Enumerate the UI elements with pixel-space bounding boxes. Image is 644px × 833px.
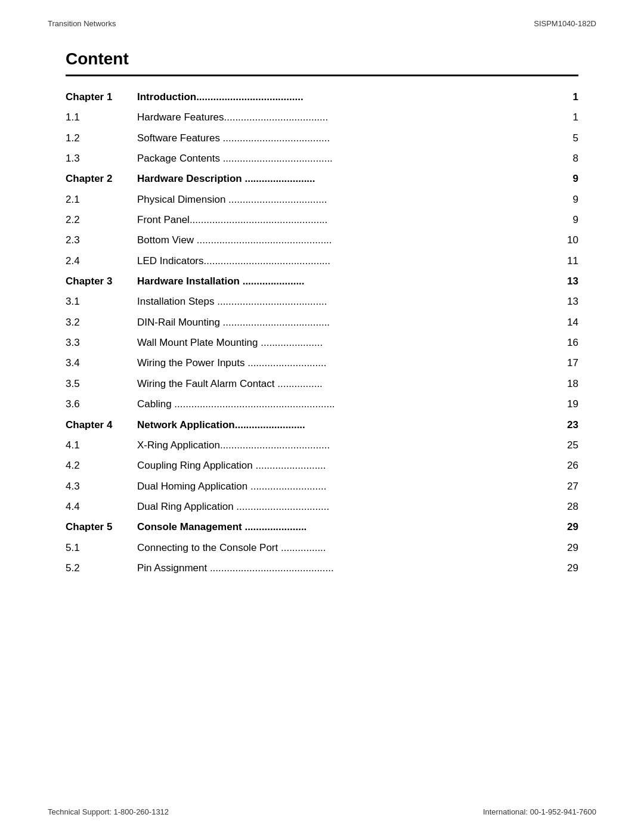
section-title: Bottom View ............................… <box>137 230 549 250</box>
section-page: 8 <box>549 148 578 169</box>
toc-section-row: 2.1Physical Dimension ..................… <box>66 190 578 210</box>
chapter-title: Introduction............................… <box>137 87 549 107</box>
toc-section-row: 3.3Wall Mount Plate Mounting ...........… <box>66 333 578 353</box>
section-title: Dual Homing Application ................… <box>137 476 549 497</box>
section-page: 19 <box>549 394 578 414</box>
chapter-page: 29 <box>549 517 578 537</box>
section-num: 4.3 <box>66 476 137 497</box>
section-title: DIN-Rail Mounting ......................… <box>137 312 549 333</box>
chapter-title: Network Application.....................… <box>137 415 549 435</box>
section-num: 1.1 <box>66 107 137 128</box>
toc-title: Content <box>66 49 578 71</box>
toc-chapter-row: Chapter 3Hardware Installation .........… <box>66 271 578 292</box>
section-title: Wiring the Fault Alarm Contact .........… <box>137 374 549 394</box>
section-num: 3.2 <box>66 312 137 333</box>
toc-section-row: 3.5Wiring the Fault Alarm Contact ......… <box>66 374 578 394</box>
footer-left: Technical Support: 1-800-260-1312 <box>48 807 169 816</box>
section-num: 2.1 <box>66 190 137 210</box>
section-num: 3.4 <box>66 353 137 373</box>
section-title: Physical Dimension .....................… <box>137 190 549 210</box>
section-num: 4.4 <box>66 497 137 517</box>
section-page: 29 <box>549 538 578 558</box>
toc-section-row: 2.4LED Indicators.......................… <box>66 251 578 271</box>
toc-chapter-row: Chapter 5Console Management ............… <box>66 517 578 537</box>
section-page: 11 <box>549 251 578 271</box>
section-page: 18 <box>549 374 578 394</box>
section-title: Dual Ring Application ..................… <box>137 497 549 517</box>
section-page: 17 <box>549 353 578 373</box>
section-title: Cabling ................................… <box>137 394 549 414</box>
section-title: Pin Assignment .........................… <box>137 558 549 578</box>
toc-section-row: 1.2Software Features ...................… <box>66 128 578 148</box>
chapter-num: Chapter 2 <box>66 169 137 189</box>
section-page: 14 <box>549 312 578 333</box>
section-page: 5 <box>549 128 578 148</box>
toc-section-row: 5.2Pin Assignment ......................… <box>66 558 578 578</box>
chapter-num: Chapter 5 <box>66 517 137 537</box>
section-num: 3.5 <box>66 374 137 394</box>
chapter-num: Chapter 4 <box>66 415 137 435</box>
page-content: Content Chapter 1Introduction...........… <box>0 38 644 614</box>
section-num: 2.2 <box>66 210 137 230</box>
header-left: Transition Networks <box>48 19 116 28</box>
section-page: 25 <box>549 435 578 456</box>
section-num: 3.6 <box>66 394 137 414</box>
section-page: 10 <box>549 230 578 250</box>
section-num: 5.2 <box>66 558 137 578</box>
chapter-num: Chapter 3 <box>66 271 137 292</box>
chapter-title: Console Management .....................… <box>137 517 549 537</box>
section-title: Coupling Ring Application ..............… <box>137 456 549 476</box>
section-title: Package Contents .......................… <box>137 148 549 169</box>
section-num: 2.3 <box>66 230 137 250</box>
section-title: X-Ring Application......................… <box>137 435 549 456</box>
section-num: 5.1 <box>66 538 137 558</box>
section-title: Installation Steps .....................… <box>137 292 549 312</box>
section-page: 13 <box>549 292 578 312</box>
section-page: 29 <box>549 558 578 578</box>
toc-section-row: 4.2Coupling Ring Application ...........… <box>66 456 578 476</box>
section-page: 9 <box>549 210 578 230</box>
toc-table: Chapter 1Introduction...................… <box>66 87 578 578</box>
toc-section-row: 3.1Installation Steps ..................… <box>66 292 578 312</box>
section-title: Connecting to the Console Port .........… <box>137 538 549 558</box>
toc-section-row: 1.1Hardware Features....................… <box>66 107 578 128</box>
section-num: 2.4 <box>66 251 137 271</box>
section-title: Hardware Features.......................… <box>137 107 549 128</box>
toc-section-row: 2.2Front Panel..........................… <box>66 210 578 230</box>
toc-section-row: 3.6Cabling .............................… <box>66 394 578 414</box>
toc-section-row: 4.1X-Ring Application...................… <box>66 435 578 456</box>
chapter-num: Chapter 1 <box>66 87 137 107</box>
toc-divider <box>66 75 578 76</box>
section-page: 1 <box>549 107 578 128</box>
section-title: Wall Mount Plate Mounting ..............… <box>137 333 549 353</box>
toc-chapter-row: Chapter 4Network Application............… <box>66 415 578 435</box>
toc-section-row: 4.3Dual Homing Application .............… <box>66 476 578 497</box>
section-num: 3.1 <box>66 292 137 312</box>
section-num: 4.1 <box>66 435 137 456</box>
chapter-title: Hardware Description ...................… <box>137 169 549 189</box>
footer-right: International: 00-1-952-941-7600 <box>483 807 596 816</box>
section-title: Wiring the Power Inputs ................… <box>137 353 549 373</box>
section-page: 26 <box>549 456 578 476</box>
toc-section-row: 3.4Wiring the Power Inputs .............… <box>66 353 578 373</box>
page-footer: Technical Support: 1-800-260-1312 Intern… <box>0 807 644 816</box>
header-right: SISPM1040-182D <box>534 19 596 28</box>
section-title: LED Indicators..........................… <box>137 251 549 271</box>
toc-section-row: 5.1Connecting to the Console Port ......… <box>66 538 578 558</box>
toc-section-row: 2.3Bottom View .........................… <box>66 230 578 250</box>
chapter-title: Hardware Installation ..................… <box>137 271 549 292</box>
section-page: 27 <box>549 476 578 497</box>
section-page: 16 <box>549 333 578 353</box>
section-num: 3.3 <box>66 333 137 353</box>
section-page: 9 <box>549 190 578 210</box>
toc-chapter-row: Chapter 2Hardware Description ..........… <box>66 169 578 189</box>
section-num: 1.2 <box>66 128 137 148</box>
chapter-page: 9 <box>549 169 578 189</box>
section-page: 28 <box>549 497 578 517</box>
section-title: Front Panel.............................… <box>137 210 549 230</box>
section-title: Software Features ......................… <box>137 128 549 148</box>
toc-chapter-row: Chapter 1Introduction...................… <box>66 87 578 107</box>
toc-section-row: 1.3Package Contents ....................… <box>66 148 578 169</box>
toc-section-row: 4.4Dual Ring Application ...............… <box>66 497 578 517</box>
chapter-page: 13 <box>549 271 578 292</box>
